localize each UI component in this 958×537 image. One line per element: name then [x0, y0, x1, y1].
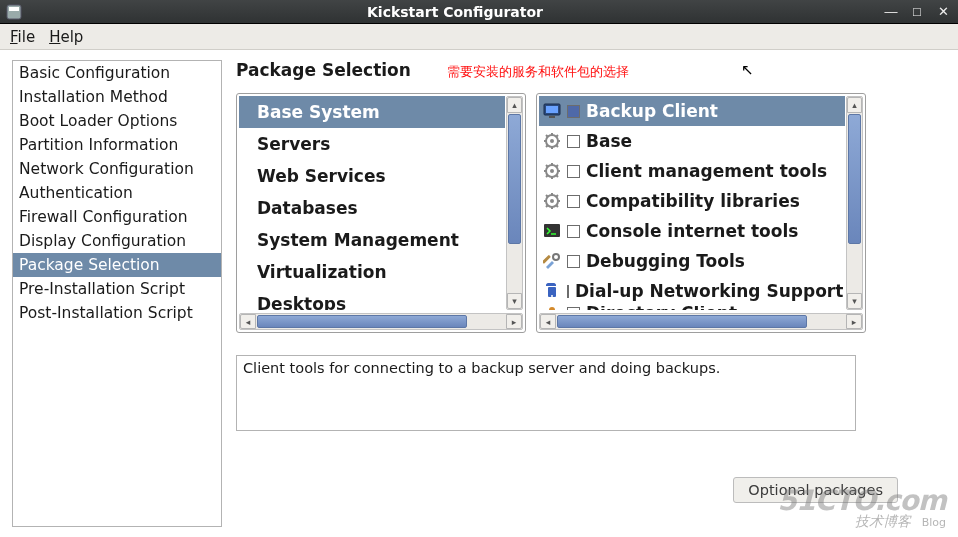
package-label: Console internet tools [586, 218, 798, 244]
package-item[interactable]: Directory Client [539, 306, 845, 310]
package-checkbox[interactable] [567, 285, 569, 298]
menu-file[interactable]: File [10, 28, 35, 46]
package-label: Client management tools [586, 158, 827, 184]
optional-packages-button[interactable]: Optional packages [733, 477, 898, 503]
window-title: Kickstart Configurator [28, 4, 882, 20]
scroll-thumb-h[interactable] [257, 315, 467, 328]
gear-icon [543, 192, 561, 210]
scroll-up-icon[interactable]: ▴ [507, 97, 522, 113]
package-label: Compatibility libraries [586, 188, 800, 214]
package-label: Directory Client [586, 308, 737, 310]
page-title: Package Selection [236, 60, 411, 80]
package-list: Backup ClientBaseClient management tools… [536, 93, 866, 333]
minimize-button[interactable]: — [882, 4, 900, 20]
display-icon [543, 102, 561, 120]
scroll-thumb-h[interactable] [557, 315, 807, 328]
package-checkbox[interactable] [567, 195, 580, 208]
package-item[interactable]: Debugging Tools [539, 246, 845, 276]
package-vscroll[interactable]: ▴ ▾ [846, 96, 863, 310]
sidebar-item-authentication[interactable]: Authentication [13, 181, 221, 205]
sidebar-item-display-configuration[interactable]: Display Configuration [13, 229, 221, 253]
tools-icon [543, 252, 561, 270]
package-label: Dial-up Networking Support [575, 278, 843, 304]
package-label: Backup Client [586, 98, 718, 124]
sidebar-item-firewall-configuration[interactable]: Firewall Configuration [13, 205, 221, 229]
maximize-button[interactable]: □ [908, 4, 926, 20]
sidebar-item-installation-method[interactable]: Installation Method [13, 85, 221, 109]
scroll-left-icon[interactable]: ◂ [540, 314, 556, 329]
package-item[interactable]: Compatibility libraries [539, 186, 845, 216]
scroll-down-icon[interactable]: ▾ [507, 293, 522, 309]
person-icon [543, 306, 561, 310]
svg-rect-1 [9, 7, 19, 11]
package-item[interactable]: Console internet tools [539, 216, 845, 246]
package-item[interactable]: Base [539, 126, 845, 156]
titlebar: Kickstart Configurator — □ ✕ [0, 0, 958, 24]
scroll-down-icon[interactable]: ▾ [847, 293, 862, 309]
main-panel: Package Selection 需要安装的服务和软件包的选择 ↖ Base … [230, 50, 958, 537]
scroll-thumb[interactable] [848, 114, 861, 244]
app-icon [6, 4, 22, 20]
package-checkbox[interactable] [567, 135, 580, 148]
package-label: Debugging Tools [586, 248, 745, 274]
package-item[interactable]: Client management tools [539, 156, 845, 186]
sidebar-item-partition-information[interactable]: Partition Information [13, 133, 221, 157]
package-checkbox[interactable] [567, 225, 580, 238]
group-item[interactable]: Virtualization [239, 256, 505, 288]
group-vscroll[interactable]: ▴ ▾ [506, 96, 523, 310]
sidebar-item-post-installation-script[interactable]: Post-Installation Script [13, 301, 221, 325]
menubar: File Help [0, 24, 958, 50]
gear-icon [543, 162, 561, 180]
body: Basic ConfigurationInstallation MethodBo… [0, 50, 958, 537]
gear-icon [543, 132, 561, 150]
phone-icon [543, 282, 561, 300]
window-buttons: — □ ✕ [882, 4, 952, 20]
package-checkbox[interactable] [567, 307, 580, 311]
group-item[interactable]: Desktops [239, 288, 505, 310]
package-checkbox[interactable] [567, 165, 580, 178]
group-item[interactable]: System Management [239, 224, 505, 256]
sidebar-item-boot-loader-options[interactable]: Boot Loader Options [13, 109, 221, 133]
package-item[interactable]: Dial-up Networking Support [539, 276, 845, 306]
group-item[interactable]: Web Services [239, 160, 505, 192]
group-item[interactable]: Servers [239, 128, 505, 160]
package-description: Client tools for connecting to a backup … [236, 355, 856, 431]
cursor-icon: ↖ [741, 61, 754, 79]
group-list: Base SystemServersWeb ServicesDatabasesS… [236, 93, 526, 333]
package-label: Base [586, 128, 632, 154]
group-hscroll[interactable]: ◂ ▸ [239, 313, 523, 330]
sidebar: Basic ConfigurationInstallation MethodBo… [12, 60, 222, 527]
sidebar-item-package-selection[interactable]: Package Selection [13, 253, 221, 277]
group-item[interactable]: Databases [239, 192, 505, 224]
sidebar-item-network-configuration[interactable]: Network Configuration [13, 157, 221, 181]
package-hscroll[interactable]: ◂ ▸ [539, 313, 863, 330]
menu-help[interactable]: Help [49, 28, 83, 46]
annotation-text: 需要安装的服务和软件包的选择 [447, 64, 629, 79]
package-checkbox[interactable] [567, 255, 580, 268]
terminal-icon [543, 222, 561, 240]
sidebar-item-basic-configuration[interactable]: Basic Configuration [13, 61, 221, 85]
package-item[interactable]: Backup Client [539, 96, 845, 126]
scroll-right-icon[interactable]: ▸ [506, 314, 522, 329]
scroll-thumb[interactable] [508, 114, 521, 244]
scroll-left-icon[interactable]: ◂ [240, 314, 256, 329]
scroll-right-icon[interactable]: ▸ [846, 314, 862, 329]
scroll-up-icon[interactable]: ▴ [847, 97, 862, 113]
close-button[interactable]: ✕ [934, 4, 952, 20]
group-item[interactable]: Base System [239, 96, 505, 128]
sidebar-item-pre-installation-script[interactable]: Pre-Installation Script [13, 277, 221, 301]
package-checkbox[interactable] [567, 105, 580, 118]
